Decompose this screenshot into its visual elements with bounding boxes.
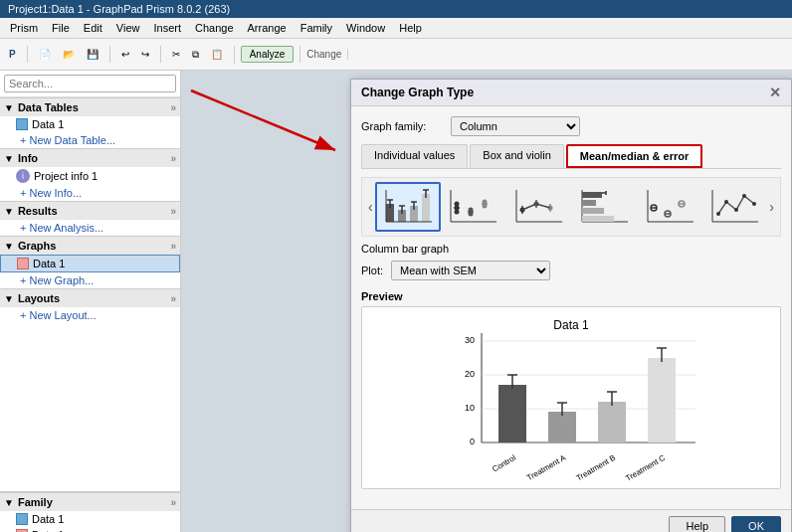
sidebar: ▼ Data Tables » Data 1 + New Data Table.… [0,71,181,532]
section-graphs-more[interactable]: » [170,241,176,252]
toolbar-group-prism: P [4,46,28,63]
tree-item-add-graph[interactable]: + New Graph... [0,272,180,288]
tree-item-data1[interactable]: Data 1 [0,116,180,132]
plot-select[interactable]: Mean with SEM Mean with SD Mean with 95%… [391,261,550,280]
svg-rect-41 [582,216,614,222]
add-analysis-label: + New Analysis... [20,222,103,234]
section-info-more[interactable]: » [170,153,176,164]
menu-prism[interactable]: Prism [4,20,44,36]
svg-text:20: 20 [465,369,475,379]
menu-window[interactable]: Window [340,20,391,36]
graph-option-dot-line[interactable] [637,182,702,232]
section-family-header[interactable]: ▼ Family » [0,492,180,511]
preview-label: Preview [361,290,781,302]
graph-type-tabs: Individual values Box and violin Mean/me… [361,144,781,169]
tree-item-family-data1-label: Data 1 [32,513,64,525]
tab-mean-median-error[interactable]: Mean/median & error [566,144,702,168]
info-icon: i [16,169,30,183]
arrow-annotation [181,71,360,190]
ok-button[interactable]: OK [731,516,781,532]
graph-description: Column bar graph [361,243,781,255]
tree-item-add-data-table[interactable]: + New Data Table... [0,132,180,148]
search-box [0,71,180,97]
tab-individual-values[interactable]: Individual values [361,144,468,168]
svg-text:Data 1: Data 1 [553,318,589,332]
search-input[interactable] [4,75,176,92]
scroll-right-btn[interactable]: › [767,199,776,215]
section-layouts-header[interactable]: ▼ Layouts » [0,288,180,307]
section-results-header[interactable]: ▼ Results » [0,201,180,220]
chevron-family: ▼ [4,497,14,508]
section-data-tables-header[interactable]: ▼ Data Tables » [0,97,180,116]
change-graph-type-dialog: Change Graph Type ✕ Graph family: Column… [350,79,792,532]
section-data-tables-label: Data Tables [18,101,79,113]
tree-item-project-info[interactable]: i Project info 1 [0,167,180,185]
graph-option-scatter[interactable] [441,182,506,232]
menu-family[interactable]: Family [295,20,338,36]
section-data-tables-more[interactable]: » [170,102,176,113]
toolbar-redo-btn[interactable]: ↪ [136,46,154,63]
menu-edit[interactable]: Edit [78,20,108,36]
toolbar-cut-btn[interactable]: ✂ [167,46,185,63]
graph-option-column-bars[interactable] [375,182,441,232]
svg-point-19 [455,202,460,207]
toolbar-new-btn[interactable]: 📄 [34,46,56,63]
toolbar-copy-btn[interactable]: ⧉ [187,46,204,64]
graph-family-row: Graph family: Column XY Grouped Continge… [361,116,781,136]
sidebar-tree: ▼ Data Tables » Data 1 + New Data Table.… [0,97,180,491]
toolbar-change-label: Change [306,49,341,60]
toolbar-save-btn[interactable]: 💾 [82,46,103,63]
tree-item-graph-data1[interactable]: Data 1 [0,255,180,272]
dialog-title: Change Graph Type [361,86,474,99]
tree-item-add-info[interactable]: + New Info... [0,185,180,201]
graph-option-line[interactable] [505,182,571,232]
section-layouts-more[interactable]: » [170,293,176,304]
svg-rect-77 [598,402,626,443]
toolbar-paste-btn[interactable]: 📋 [206,46,228,63]
menu-view[interactable]: View [110,20,146,36]
tree-item-add-analysis[interactable]: + New Analysis... [0,220,180,236]
dialog-close-btn[interactable]: ✕ [769,85,781,100]
graph-family-select[interactable]: Column XY Grouped Contingency Survival P… [451,116,580,136]
toolbar-group-analyze: Analyze [241,46,301,63]
chevron-layouts: ▼ [4,293,14,304]
svg-text:0: 0 [470,437,475,446]
add-info-label: + New Info... [20,187,82,199]
toolbar-open-btn[interactable]: 📂 [58,46,80,63]
section-results-more[interactable]: » [170,206,176,217]
toolbar-prism-btn[interactable]: P [4,46,21,63]
preview-box: Data 1 0 10 20 30 [361,306,781,489]
dialog-body: Graph family: Column XY Grouped Continge… [351,106,791,509]
svg-rect-80 [648,358,676,443]
preview-section: Preview Data 1 0 10 20 30 [361,290,781,489]
svg-text:Treatment A: Treatment A [525,453,568,482]
section-graphs: ▼ Graphs » Data 1 + New Graph... [0,236,180,288]
toolbar-undo-btn[interactable]: ↩ [116,46,134,63]
menu-file[interactable]: File [46,20,76,36]
svg-text:10: 10 [465,403,475,413]
menu-help[interactable]: Help [393,20,428,36]
tree-item-family-data1-graph[interactable]: Data 1 [0,527,180,532]
section-layouts: ▼ Layouts » + New Layout... [0,288,180,323]
scroll-left-btn[interactable]: ‹ [366,199,375,215]
menu-arrange[interactable]: Arrange [242,20,293,36]
tree-item-add-layout[interactable]: + New Layout... [0,307,180,323]
menu-insert[interactable]: Insert [147,20,187,36]
tab-box-violin[interactable]: Box and violin [470,144,564,168]
menu-change[interactable]: Change [189,20,240,36]
family-section: ▼ Family » Data 1 Data 1 [0,491,180,532]
svg-point-56 [724,200,728,204]
graph-option-hbar[interactable] [571,182,637,232]
spreadsheet-icon [16,118,28,130]
svg-point-59 [752,202,756,206]
section-info-header[interactable]: ▼ Info » [0,148,180,167]
toolbar-group-change: Change [306,49,348,60]
tree-item-family-data1[interactable]: Data 1 [0,511,180,527]
section-family-more[interactable]: » [170,497,176,508]
help-button[interactable]: Help [669,516,725,532]
section-graphs-header[interactable]: ▼ Graphs » [0,236,180,255]
toolbar-analyze-btn[interactable]: Analyze [241,46,295,63]
svg-text:Treatment B: Treatment B [575,453,617,482]
chevron-data-tables: ▼ [4,102,14,113]
graph-option-scatter2[interactable] [702,182,768,232]
